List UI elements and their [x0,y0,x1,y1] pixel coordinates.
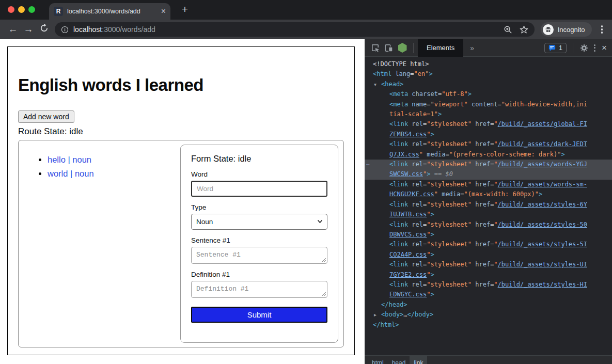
code-token: HCNGU2KF.css [389,191,434,198]
page-container: English words I learned Add new word Rou… [7,46,355,355]
submit-button[interactable]: Submit [191,307,327,323]
code-token: "stylesheet" [427,281,472,288]
devtools-toolbar: Elements » 1 [365,39,612,57]
address-bar[interactable]: localhost:3000/words/add [55,22,535,37]
code-line[interactable]: <html lang="en"> [365,69,612,79]
code-token: href [475,281,490,288]
code-token: rel [412,201,423,208]
word-link-hello[interactable]: hello | noun [48,155,91,164]
code-line[interactable]: ▾<head> [365,80,612,89]
site-info-icon[interactable] [61,26,69,34]
code-token: > [468,90,472,98]
code-token: href [475,161,490,168]
code-token: rel [412,161,423,168]
code-line[interactable]: ⋯<link rel="stylesheet" href="/build/_as… [365,160,612,169]
node-devtools-icon[interactable] [396,41,409,55]
device-toolbar-icon[interactable] [382,41,396,55]
code-token: "(prefers-color-scheme: dark)" [449,151,561,158]
list-item: world | noun [48,169,94,179]
code-line[interactable]: <link rel="stylesheet" href="/build/_ass… [365,220,612,230]
new-tab-button[interactable]: + [178,3,192,16]
word-input[interactable] [191,181,327,197]
breadcrumb-html[interactable]: html [368,356,388,364]
reload-icon[interactable] [36,24,52,35]
code-token: <html [373,70,395,77]
code-line[interactable]: EDWGYC.css"> [365,290,612,299]
add-new-word-button[interactable]: Add new word [18,110,74,123]
minimize-window-button[interactable] [18,6,25,13]
bookmark-star-icon[interactable] [520,25,528,34]
row-menu-dots-icon[interactable]: ⋯ [366,160,370,169]
type-select[interactable]: Noun [191,214,327,230]
code-line[interactable]: </html> [365,320,612,330]
words-panel: hello | noun world | noun Form State: id… [18,140,344,347]
code-token: Q7JX.css [389,151,419,158]
devtools-menu-icon[interactable] [591,42,599,54]
code-token: " [494,140,497,148]
code-token: ZEMBS4.css [389,131,427,138]
breadcrumb-head[interactable]: head [388,356,410,364]
tab-title: localhost:3000/words/add [67,8,158,15]
code-line[interactable]: <link rel="stylesheet" href="/build/_ass… [365,139,612,149]
expand-arrow-open-icon[interactable]: ▾ [374,80,376,89]
zoom-level-icon[interactable] [504,25,512,34]
browser-tab[interactable]: R localhost:3000/words/add × [49,3,170,20]
code-line[interactable]: Q7JX.css" media="(prefers-color-scheme: … [365,150,612,160]
back-icon[interactable]: ← [5,24,21,35]
code-line[interactable]: <link rel="stylesheet" href="/build/_ass… [365,240,612,249]
code-token: > [427,170,430,178]
more-tabs-icon[interactable]: » [470,44,474,52]
code-line[interactable]: 7GY3E2.css"> [365,270,612,280]
browser-menu-icon[interactable] [598,23,606,36]
devtools-close-icon[interactable]: × [599,43,612,53]
close-window-button[interactable] [8,6,14,13]
code-token: " [434,191,438,198]
settings-gear-icon[interactable] [577,41,591,55]
code-token: <link [389,221,412,228]
code-line[interactable]: ▸<body>…</body> [365,310,612,320]
code-line[interactable]: tial-scale=1"> [365,109,612,119]
remix-favicon-icon: R [54,7,63,16]
dom-tree: <!DOCTYPE html><html lang="en">▾<head><m… [365,57,612,355]
code-line[interactable]: <link rel="stylesheet" href="/build/_ass… [365,200,612,210]
code-line[interactable]: <meta name="viewport" content="width=dev… [365,100,612,109]
code-line[interactable]: ZEMBS4.css"> [365,130,612,139]
code-line[interactable]: DBWVCS.css"> [365,230,612,240]
zoom-window-button[interactable] [28,6,35,13]
message-bubble-icon [548,44,556,52]
incognito-badge: Incognito [541,22,592,37]
code-token: media [427,151,445,158]
tab-elements[interactable]: Elements [418,39,463,57]
forward-icon[interactable]: → [21,24,36,35]
incognito-icon [543,24,554,35]
word-link-world[interactable]: world | noun [48,169,94,178]
code-token: /build/_assets/styles-6Y [498,201,587,208]
code-token: tial-scale=1" [389,110,438,118]
code-line[interactable]: <link rel="stylesheet" href="/build/_ass… [365,280,612,290]
code-token [431,170,434,178]
expand-arrow-closed-icon[interactable]: ▸ [374,310,376,320]
code-token: > [438,110,442,118]
inspect-element-icon[interactable] [369,41,382,55]
code-token: /build/_assets/words-YGJ [498,161,587,168]
sentence-textarea[interactable] [191,247,327,264]
console-messages-button[interactable]: 1 [544,43,567,53]
code-line[interactable]: <!DOCTYPE html> [365,59,612,69]
code-line[interactable]: HCNGU2KF.css" media="(max-width: 600px)"… [365,189,612,199]
incognito-label: Incognito [558,26,585,34]
code-line[interactable]: <link rel="stylesheet" href="/build/_ass… [365,180,612,189]
code-line[interactable]: IUJWTB.css"> [365,210,612,219]
code-line[interactable]: CO2A4P.css"> [365,250,612,260]
word-label: Word [191,170,327,178]
code-line[interactable]: SWCSW.css"> == $0 [365,169,612,179]
code-token: > [429,70,432,77]
code-token: href [475,181,490,188]
definition-textarea[interactable] [191,281,327,298]
breadcrumb-link[interactable]: link [410,356,427,364]
code-token: <!DOCTYPE html> [373,60,429,68]
tab-close-icon[interactable]: × [161,7,166,15]
code-line[interactable]: <link rel="stylesheet" href="/build/_ass… [365,260,612,270]
code-line[interactable]: <link rel="stylesheet" href="/build/_ass… [365,119,612,129]
code-line[interactable]: </head> [365,300,612,310]
code-line[interactable]: <meta charset="utf-8"> [365,89,612,99]
